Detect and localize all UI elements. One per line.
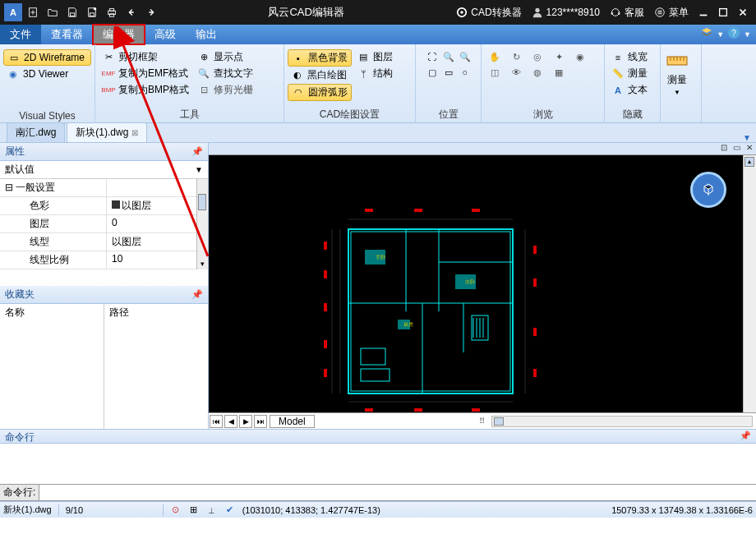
user-account[interactable]: 123****8910 — [532, 7, 600, 18]
canvas-container: ⊡ ▭ ✕ — [209, 143, 756, 429]
hamburger-menu[interactable]: 菜单 — [654, 6, 689, 20]
close-button[interactable] — [734, 3, 752, 21]
show-point-button[interactable]: ⊕显示点 — [194, 49, 256, 65]
print-icon[interactable] — [103, 3, 121, 21]
viewer-3d-button[interactable]: ◉3D Viewer — [3, 67, 91, 81]
prop-key-layer: 图层 — [0, 215, 107, 232]
svg-rect-7 — [109, 9, 113, 12]
tab-nav-last[interactable]: ⏭ — [254, 415, 267, 428]
tab-nav-next[interactable]: ▶ — [239, 415, 252, 428]
menu-advanced[interactable]: 高级 — [145, 25, 186, 44]
trim-raster-button[interactable]: ⊡修剪光栅 — [194, 82, 256, 98]
nav-7[interactable]: 👁 — [506, 65, 526, 80]
properties-default-dropdown[interactable]: 默认值▼ — [0, 161, 208, 179]
open-icon[interactable] — [44, 3, 62, 21]
nav-5[interactable]: ◉ — [570, 49, 590, 64]
cad-converter-button[interactable]: CAD转换器 — [456, 6, 521, 20]
canvas-vscroll[interactable]: ▴ — [743, 155, 756, 412]
drawing-canvas[interactable]: 主卧 次卧 厨房 — [209, 155, 743, 412]
svg-rect-58 — [533, 369, 537, 377]
tab-close-icon[interactable]: ⊠ — [131, 128, 138, 137]
pos-btn-1[interactable]: ⛶🔍🔍 — [422, 49, 475, 64]
menu-bar: 文件 查看器 编辑器 高级 输出 ▼ ? ▼ — [0, 25, 756, 44]
prop-val-linetype[interactable]: 以图层 — [107, 233, 196, 251]
nav-9[interactable]: ▦ — [549, 65, 569, 80]
menu-editor[interactable]: 编辑器 — [93, 25, 145, 44]
new-icon[interactable] — [24, 3, 42, 21]
prop-val-color[interactable]: 以图层 — [107, 197, 196, 214]
snap-icon[interactable]: ⊙ — [170, 504, 182, 516]
text-button[interactable]: A文本 — [608, 82, 657, 98]
chevron-down-icon[interactable]: ▼ — [743, 133, 751, 142]
pin-icon[interactable]: 📌 — [191, 146, 203, 157]
grid-icon[interactable]: ⊞ — [188, 504, 200, 516]
menu-file[interactable]: 文件 — [0, 25, 41, 44]
nav-2[interactable]: ↻ — [506, 49, 526, 64]
app-title: 风云CAD编辑器 — [161, 5, 451, 20]
favorites-body: 名称 路径 — [0, 304, 208, 429]
tab-nav-prev[interactable]: ◀ — [224, 415, 237, 428]
menu-viewer[interactable]: 查看器 — [41, 25, 93, 44]
svg-rect-18 — [720, 9, 727, 16]
lineweight-button[interactable]: ≡线宽 — [608, 49, 657, 65]
favorites-panel-title: 收藏夹📌 — [0, 286, 208, 304]
canvas-header: ⊡ ▭ ✕ — [209, 143, 756, 155]
nav-6[interactable]: ◫ — [485, 65, 505, 80]
svg-rect-61 — [472, 209, 480, 212]
command-prompt-label: 命令行: — [0, 485, 39, 500]
properties-scrollbar[interactable]: ▾ — [196, 179, 208, 269]
measure-button[interactable]: 📏测量 — [608, 66, 657, 81]
tab-nav-first[interactable]: ⏮ — [210, 415, 223, 428]
bw-draw-button[interactable]: ◐黑白绘图 — [288, 67, 352, 83]
chevron-down-icon[interactable]: ▼ — [744, 30, 751, 39]
layers-button[interactable]: ▤图层 — [353, 49, 396, 65]
floorplan-drawing: 主卧 次卧 厨房 — [316, 205, 579, 412]
structure-button[interactable]: ᛘ结构 — [353, 66, 396, 81]
chevron-down-icon[interactable]: ▼ — [717, 30, 724, 39]
svg-point-10 — [461, 11, 464, 14]
maximize-button[interactable] — [714, 3, 732, 21]
copy-bmp-button[interactable]: BMP复制为BMP格式 — [99, 82, 192, 98]
splitter-grip-icon[interactable]: ⠿ — [479, 417, 485, 426]
doc-tab[interactable]: 南汇.dwg — [7, 122, 65, 142]
copy-emf-button[interactable]: EMF复制为EMF格式 — [99, 66, 192, 81]
favorites-col-name: 名称 — [0, 304, 104, 429]
section-general[interactable]: ⊟ 一般设置 — [0, 179, 107, 196]
svg-rect-59 — [365, 209, 373, 212]
pin-icon[interactable]: 📌 — [740, 430, 751, 442]
wireframe-2d-button[interactable]: ▭2D Wireframe — [3, 49, 91, 66]
command-input[interactable] — [39, 485, 756, 500]
redo-icon[interactable] — [142, 3, 160, 21]
arc-smooth-button[interactable]: ◠圆滑弧形 — [288, 84, 352, 101]
view-cube[interactable] — [690, 172, 726, 208]
nav-4[interactable]: ✦ — [549, 49, 569, 64]
cut-frame-button[interactable]: ✂剪切框架 — [99, 49, 192, 65]
help-icon[interactable]: ? — [727, 26, 740, 43]
save-icon[interactable] — [63, 3, 81, 21]
minimize-button[interactable] — [694, 3, 712, 21]
prop-val-ltscale[interactable]: 10 — [107, 251, 196, 269]
pos-btn-2[interactable]: ▢▭○ — [422, 65, 475, 80]
nav-8[interactable]: ◍ — [528, 65, 547, 80]
canvas-hscroll[interactable] — [491, 416, 753, 427]
find-text-button[interactable]: 🔍查找文字 — [194, 66, 256, 81]
layer-icon[interactable] — [700, 26, 713, 43]
black-bg-button[interactable]: ▪黑色背景 — [288, 49, 352, 67]
undo-icon[interactable] — [122, 3, 141, 21]
pin-icon[interactable]: 📌 — [191, 289, 203, 300]
ortho-icon[interactable]: ⟂ — [206, 504, 218, 516]
model-space-tab[interactable]: Model — [270, 415, 315, 428]
canvas-header-icons[interactable]: ⊡ ▭ ✕ — [721, 143, 754, 152]
prop-val-layer[interactable]: 0 — [107, 215, 196, 232]
support-button[interactable]: 客服 — [610, 6, 644, 20]
save-as-icon[interactable] — [83, 3, 101, 21]
emf-icon: EMF — [102, 67, 115, 81]
nav-1[interactable]: ✋ — [485, 49, 505, 64]
doc-tab-active[interactable]: 新块(1).dwg⊠ — [67, 122, 147, 142]
menu-output[interactable]: 输出 — [186, 25, 227, 44]
measure-big-button[interactable]: 测量 ▼ — [664, 46, 690, 99]
check-icon[interactable]: ✔ — [224, 504, 236, 516]
nav-3[interactable]: ◎ — [528, 49, 547, 64]
prop-key-color: 色彩 — [0, 197, 107, 214]
arc-icon: ◠ — [292, 86, 305, 99]
